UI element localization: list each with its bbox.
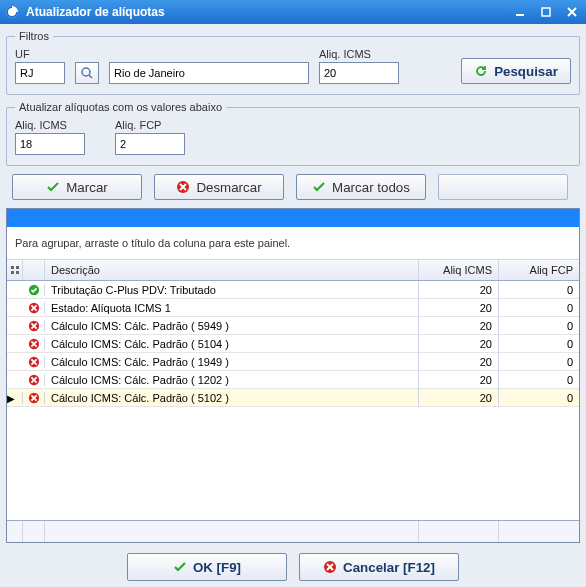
svg-rect-10 bbox=[11, 266, 14, 269]
status-error-icon bbox=[23, 338, 45, 350]
aliq-fcp-column-header[interactable]: Aliq FCP bbox=[499, 260, 579, 280]
svg-line-6 bbox=[89, 75, 92, 78]
check-icon bbox=[312, 180, 326, 194]
check-icon bbox=[46, 180, 60, 194]
table-row[interactable]: Cálculo ICMS: Cálc. Padrão ( 5104 )200 bbox=[7, 335, 579, 353]
search-button-label: Pesquisar bbox=[494, 64, 558, 79]
cell-aliq-fcp: 0 bbox=[499, 371, 579, 389]
cell-descricao: Cálculo ICMS: Cálc. Padrão ( 1202 ) bbox=[45, 371, 419, 389]
table-row[interactable]: Tributação C-Plus PDV: Tributado200 bbox=[7, 281, 579, 299]
cell-descricao: Cálculo ICMS: Cálc. Padrão ( 5102 ) bbox=[45, 389, 419, 407]
client-area: Filtros UF Aliq. ICMS bbox=[0, 24, 586, 587]
uf-lookup-button[interactable] bbox=[75, 62, 99, 84]
table-row[interactable]: ▶Cálculo ICMS: Cálc. Padrão ( 5102 )200 bbox=[7, 389, 579, 407]
descricao-column-header[interactable]: Descrição bbox=[45, 260, 419, 280]
update-aliq-fcp-input[interactable] bbox=[115, 133, 185, 155]
filter-aliq-icms-label: Aliq. ICMS bbox=[319, 48, 399, 60]
cell-descricao: Cálculo ICMS: Cálc. Padrão ( 5104 ) bbox=[45, 335, 419, 353]
svg-rect-13 bbox=[16, 271, 19, 274]
cell-aliq-fcp: 0 bbox=[499, 353, 579, 371]
update-group: Atualizar alíquotas com os valores abaix… bbox=[6, 101, 580, 166]
table-row[interactable]: Cálculo ICMS: Cálc. Padrão ( 1202 )200 bbox=[7, 371, 579, 389]
update-aliq-icms-input[interactable] bbox=[15, 133, 85, 155]
cell-aliq-icms: 20 bbox=[419, 299, 499, 317]
status-error-icon bbox=[23, 356, 45, 368]
cell-aliq-icms: 20 bbox=[419, 317, 499, 335]
indicator-column-header[interactable] bbox=[7, 260, 23, 280]
table-row[interactable]: Cálculo ICMS: Cálc. Padrão ( 1949 )200 bbox=[7, 353, 579, 371]
window-title: Atualizador de alíquotas bbox=[26, 5, 510, 19]
uf-name-input[interactable] bbox=[109, 62, 309, 84]
aliq-icms-column-header[interactable]: Aliq ICMS bbox=[419, 260, 499, 280]
cell-descricao: Cálculo ICMS: Cálc. Padrão ( 1949 ) bbox=[45, 353, 419, 371]
cell-aliq-icms: 20 bbox=[419, 281, 499, 299]
cell-aliq-icms: 20 bbox=[419, 335, 499, 353]
cell-aliq-icms: 20 bbox=[419, 353, 499, 371]
grid-title-bar bbox=[7, 209, 579, 227]
title-bar: Atualizador de alíquotas bbox=[0, 0, 586, 24]
cell-descricao: Estado: Alíquota ICMS 1 bbox=[45, 299, 419, 317]
ok-button[interactable]: OK [F9] bbox=[127, 553, 287, 581]
filters-legend: Filtros bbox=[15, 30, 53, 42]
svg-rect-2 bbox=[542, 8, 550, 16]
table-row[interactable]: Cálculo ICMS: Cálc. Padrão ( 5949 )200 bbox=[7, 317, 579, 335]
cell-aliq-fcp: 0 bbox=[499, 389, 579, 407]
marcar-button[interactable]: Marcar bbox=[12, 174, 142, 200]
search-button[interactable]: Pesquisar bbox=[461, 58, 571, 84]
check-icon bbox=[173, 560, 187, 574]
cancel-button[interactable]: Cancelar [F12] bbox=[299, 553, 459, 581]
uf-code-input[interactable] bbox=[15, 62, 65, 84]
data-grid: Para agrupar, arraste o título da coluna… bbox=[6, 208, 580, 543]
status-error-icon bbox=[23, 392, 45, 404]
cell-aliq-fcp: 0 bbox=[499, 281, 579, 299]
dialog-button-bar: OK [F9] Cancelar [F12] bbox=[6, 549, 580, 581]
maximize-button[interactable] bbox=[536, 4, 556, 20]
cell-descricao: Cálculo ICMS: Cálc. Padrão ( 5949 ) bbox=[45, 317, 419, 335]
filter-aliq-icms-input[interactable] bbox=[319, 62, 399, 84]
cell-aliq-fcp: 0 bbox=[499, 299, 579, 317]
grid-body[interactable]: Tributação C-Plus PDV: Tributado200Estad… bbox=[7, 281, 579, 520]
minimize-button[interactable] bbox=[510, 4, 530, 20]
refresh-icon bbox=[474, 64, 488, 78]
cross-circle-icon bbox=[323, 560, 337, 574]
update-legend: Atualizar alíquotas com os valores abaix… bbox=[15, 101, 226, 113]
app-icon bbox=[4, 4, 20, 20]
cancel-button-label: Cancelar [F12] bbox=[343, 560, 435, 575]
cell-descricao: Tributação C-Plus PDV: Tributado bbox=[45, 281, 419, 299]
grid-toolbar: Marcar Desmarcar Marcar todos bbox=[6, 172, 580, 202]
status-error-icon bbox=[23, 302, 45, 314]
marcar-todos-label: Marcar todos bbox=[332, 180, 410, 195]
svg-point-5 bbox=[82, 68, 90, 76]
status-column-header[interactable] bbox=[23, 260, 45, 280]
filters-group: Filtros UF Aliq. ICMS bbox=[6, 30, 580, 95]
cell-aliq-fcp: 0 bbox=[499, 317, 579, 335]
update-aliq-icms-label: Aliq. ICMS bbox=[15, 119, 85, 131]
svg-rect-11 bbox=[16, 266, 19, 269]
status-error-icon bbox=[23, 320, 45, 332]
cell-aliq-icms: 20 bbox=[419, 389, 499, 407]
cell-aliq-fcp: 0 bbox=[499, 335, 579, 353]
svg-rect-12 bbox=[11, 271, 14, 274]
table-row[interactable]: Estado: Alíquota ICMS 1200 bbox=[7, 299, 579, 317]
cell-aliq-icms: 20 bbox=[419, 371, 499, 389]
desmarcar-button[interactable]: Desmarcar bbox=[154, 174, 284, 200]
marcar-todos-button[interactable]: Marcar todos bbox=[296, 174, 426, 200]
close-button[interactable] bbox=[562, 4, 582, 20]
uf-label: UF bbox=[15, 48, 65, 60]
ok-button-label: OK [F9] bbox=[193, 560, 241, 575]
status-ok-icon bbox=[23, 284, 45, 296]
status-error-icon bbox=[23, 374, 45, 386]
row-indicator: ▶ bbox=[7, 392, 23, 404]
placeholder-button[interactable] bbox=[438, 174, 568, 200]
search-icon bbox=[80, 66, 94, 80]
grid-group-panel[interactable]: Para agrupar, arraste o título da coluna… bbox=[7, 227, 579, 260]
grid-footer bbox=[7, 520, 579, 542]
uf-name-spacer bbox=[109, 48, 309, 60]
marcar-label: Marcar bbox=[66, 180, 107, 195]
cross-circle-icon bbox=[176, 180, 190, 194]
desmarcar-label: Desmarcar bbox=[196, 180, 261, 195]
update-aliq-fcp-label: Aliq. FCP bbox=[115, 119, 185, 131]
grid-header: Descrição Aliq ICMS Aliq FCP bbox=[7, 260, 579, 281]
